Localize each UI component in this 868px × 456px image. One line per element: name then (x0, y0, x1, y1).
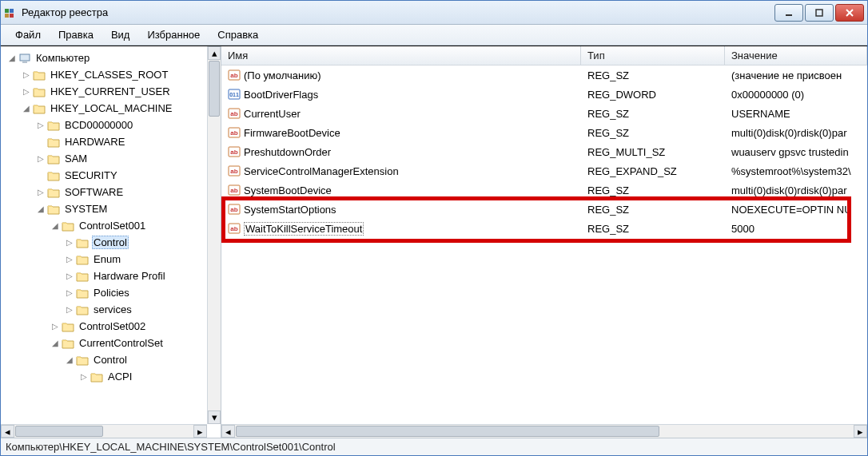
status-path: Компьютер\HKEY_LOCAL_MACHINE\SYSTEM\Cont… (6, 441, 336, 453)
list-row[interactable]: abFirmwareBootDevice REG_SZ multi(0)disk… (221, 123, 867, 142)
minimize-button[interactable] (774, 4, 803, 22)
list-row[interactable]: abWaitToKillServiceTimeout REG_SZ 5000 (221, 219, 867, 238)
tree-node-system[interactable]: ◢ SYSTEM (1, 200, 221, 217)
expand-icon[interactable]: ▷ (65, 305, 74, 315)
expand-icon[interactable]: ▷ (22, 70, 31, 80)
tree-node-policies[interactable]: ▷ Policies (1, 284, 221, 301)
svg-rect-1 (10, 9, 14, 13)
svg-text:ab: ab (230, 225, 237, 232)
list-row[interactable]: abPreshutdownOrder REG_MULTI_SZ wuauserv… (221, 142, 867, 161)
tree-pane: ◢ Компьютер ▷ HKEY_CLASSES_ROOT ▷ HKEY_C… (1, 46, 221, 438)
tree-node-cs001[interactable]: ◢ ControlSet001 (1, 217, 221, 234)
value-name: CurrentUser (244, 108, 301, 120)
menu-help[interactable]: Справка (209, 26, 266, 43)
list-hscrollbar[interactable]: ◂ ▸ (221, 424, 867, 438)
tree-node-acpi[interactable]: ▷ ACPI (1, 368, 221, 385)
tree-node-services[interactable]: ▷ services (1, 301, 221, 318)
tree-node-enum[interactable]: ▷ Enum (1, 251, 221, 268)
tree-node-cs002[interactable]: ▷ ControlSet002 (1, 318, 221, 335)
list-row[interactable]: abCurrentUser REG_SZ USERNAME (221, 104, 867, 123)
value-data: %systemroot%\system32\ (725, 165, 867, 177)
menu-view[interactable]: Вид (103, 26, 138, 43)
expand-icon[interactable]: ◢ (50, 339, 60, 348)
string-value-icon: ab (228, 69, 241, 81)
expand-icon[interactable]: ▷ (65, 238, 74, 248)
list-row[interactable]: ab(По умолчанию) REG_SZ (значение не при… (221, 65, 867, 85)
folder-icon (90, 371, 103, 383)
tree-hscrollbar[interactable]: ◂ ▸ (1, 424, 207, 438)
scroll-left-icon[interactable]: ◂ (221, 425, 235, 438)
value-name: FirmwareBootDevice (244, 127, 340, 139)
value-name: SystemBootDevice (244, 184, 332, 196)
expand-icon[interactable]: ▷ (36, 154, 46, 164)
tree-node-hkcu[interactable]: ▷ HKEY_CURRENT_USER (1, 83, 221, 100)
expand-icon[interactable]: ▷ (36, 188, 46, 197)
menu-favorites[interactable]: Избранное (139, 26, 208, 43)
folder-icon (47, 186, 60, 199)
tree-node-bcd[interactable]: ▷ BCD00000000 (1, 117, 221, 133)
scroll-right-icon[interactable]: ▸ (193, 425, 207, 438)
tree-node-hkcr[interactable]: ▷ HKEY_CLASSES_ROOT (1, 66, 221, 83)
tree-node-sam[interactable]: ▷ SAM (1, 150, 221, 167)
expand-icon[interactable]: ▷ (65, 272, 74, 281)
list-body[interactable]: ab(По умолчанию) REG_SZ (значение не при… (221, 65, 867, 424)
tree-node-ccs[interactable]: ◢ CurrentControlSet (1, 335, 221, 351)
tree-node-hwprofile[interactable]: ▷ Hardware Profil (1, 268, 221, 284)
scroll-thumb[interactable] (236, 426, 659, 437)
folder-icon (62, 320, 74, 333)
expand-icon[interactable]: ▷ (65, 288, 74, 298)
tree-node-software[interactable]: ▷ SOFTWARE (1, 184, 221, 200)
window-title: Редактор реестра (22, 6, 774, 18)
scroll-down-icon[interactable]: ▾ (208, 410, 221, 424)
tree-node-security[interactable]: SECURITY (1, 167, 221, 184)
tree-vscrollbar[interactable]: ▴ ▾ (207, 46, 221, 424)
tree-node-root[interactable]: ◢ Компьютер (1, 50, 221, 66)
scroll-up-icon[interactable]: ▴ (208, 46, 221, 60)
expand-icon[interactable]: ▷ (50, 322, 60, 331)
list-row[interactable]: abSystemBootDevice REG_SZ multi(0)disk(0… (221, 180, 867, 200)
tree-label: BCD00000000 (63, 118, 134, 132)
maximize-button[interactable] (805, 4, 834, 22)
tree-node-hardware[interactable]: HARDWARE (1, 133, 221, 150)
expand-icon[interactable]: ▷ (36, 121, 46, 130)
column-name[interactable]: Имя (221, 46, 581, 65)
string-value-icon: ab (228, 222, 241, 235)
list-row[interactable]: abSystemStartOptions REG_SZ NOEXECUTE=OP… (221, 200, 867, 219)
svg-rect-9 (22, 61, 27, 63)
tree-scroll[interactable]: ◢ Компьютер ▷ HKEY_CLASSES_ROOT ▷ HKEY_C… (1, 46, 221, 424)
tree-node-hklm[interactable]: ◢ HKEY_LOCAL_MACHINE (1, 100, 221, 117)
titlebar[interactable]: Редактор реестра (1, 1, 867, 25)
tree-label: Hardware Profil (92, 269, 167, 283)
tree-label: ControlSet002 (78, 319, 147, 333)
expand-icon[interactable]: ▷ (22, 87, 31, 97)
expand-icon[interactable]: ▷ (65, 255, 74, 264)
string-value-icon: ab (228, 107, 241, 120)
expand-icon[interactable]: ◢ (50, 221, 60, 231)
expand-icon[interactable] (36, 137, 46, 147)
expand-icon[interactable]: ◢ (65, 355, 74, 365)
menu-file[interactable]: Файл (7, 26, 49, 43)
scroll-right-icon[interactable]: ▸ (854, 425, 867, 438)
scroll-left-icon[interactable]: ◂ (1, 425, 14, 438)
svg-text:ab: ab (230, 168, 237, 175)
expand-icon[interactable]: ◢ (7, 54, 17, 63)
tree-node-control2[interactable]: ◢ Control (1, 351, 221, 368)
folder-icon (47, 169, 60, 182)
column-value[interactable]: Значение (725, 46, 867, 65)
folder-icon (33, 69, 46, 81)
list-row[interactable]: abServiceControlManagerExtension REG_EXP… (221, 161, 867, 180)
expand-icon[interactable] (36, 171, 46, 180)
tree-label: CurrentControlSet (78, 336, 165, 350)
column-type[interactable]: Тип (581, 46, 725, 65)
list-row[interactable]: 011BootDriverFlags REG_DWORD 0x00000000 … (221, 85, 867, 104)
expand-icon[interactable]: ▷ (79, 372, 89, 382)
scroll-thumb[interactable] (15, 426, 103, 437)
tree-node-control[interactable]: ▷ Control (1, 234, 221, 251)
value-name: BootDriverFlags (244, 89, 318, 101)
expand-icon[interactable]: ◢ (36, 204, 46, 214)
menu-edit[interactable]: Правка (50, 26, 102, 43)
expand-icon[interactable]: ◢ (22, 104, 31, 113)
value-type: REG_EXPAND_SZ (581, 165, 725, 177)
scroll-thumb[interactable] (209, 61, 220, 117)
close-button[interactable] (835, 4, 864, 22)
